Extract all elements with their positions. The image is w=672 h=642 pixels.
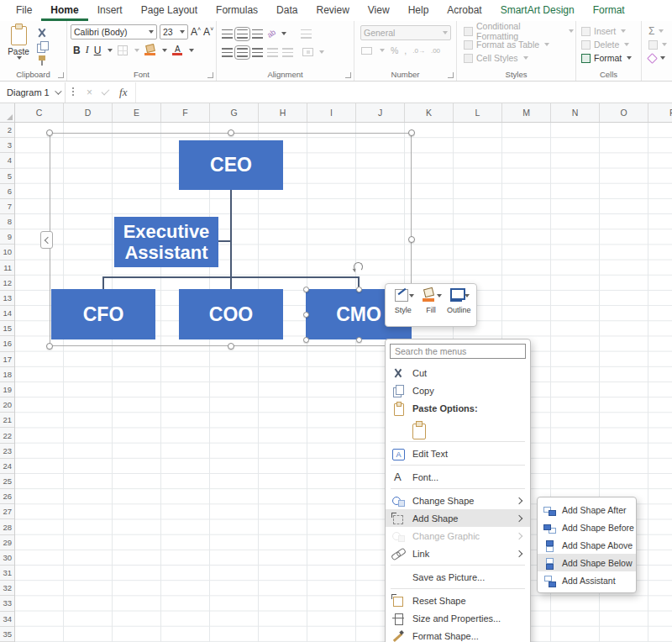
row-header[interactable]: 13 [0,291,14,306]
ribbon-tab[interactable]: Review [307,0,358,21]
org-node-executive-assistant[interactable]: Executive Assistant [114,217,218,267]
row-header[interactable]: 12 [0,276,14,291]
fill-color-icon[interactable] [144,45,155,55]
row-header[interactable]: 23 [0,444,14,459]
cell-styles-button[interactable]: Cell Styles [464,51,574,65]
row-header[interactable]: 20 [0,397,14,413]
row-header[interactable]: 18 [0,367,14,382]
clipboard-dialog-launcher-icon[interactable] [58,72,64,78]
org-node-cfo[interactable]: CFO [51,289,155,339]
frame-handle-top-right[interactable] [408,129,415,136]
formula-input[interactable] [135,82,672,103]
align-top-icon[interactable] [222,29,233,39]
row-header[interactable]: 28 [0,519,14,534]
menu-item[interactable]: Format Shape... [386,627,530,642]
insert-function-icon[interactable]: fx [119,86,127,99]
frame-handle-top-left[interactable] [46,129,53,136]
submenu-item[interactable]: Add Shape Before [538,518,636,536]
italic-button[interactable]: I [86,44,89,56]
row-header[interactable]: 7 [0,199,14,214]
row-header[interactable]: 22 [0,428,14,443]
autosum-button[interactable]: Σ [648,24,670,38]
row-header[interactable]: 3 [0,138,14,153]
column-header[interactable]: J [356,103,405,122]
clear-button[interactable] [648,51,670,65]
conditional-formatting-button[interactable]: Conditional Formatting [464,24,574,38]
row-header[interactable]: 30 [0,550,14,566]
font-color-icon[interactable]: A [172,45,182,55]
cmo-handle-top-left[interactable] [303,287,309,292]
submenu-item[interactable]: Add Shape After [538,501,636,518]
frame-handle-bottom-middle[interactable] [228,343,234,350]
worksheet[interactable]: C D E F G H I J K L M N [0,103,672,642]
ribbon-tab[interactable]: Help [399,0,438,21]
frame-handle-right-middle[interactable] [408,236,415,243]
menu-item[interactable]: Font... [386,468,530,486]
align-middle-icon[interactable] [237,29,248,39]
align-bottom-icon[interactable] [252,29,263,39]
column-header[interactable]: O [600,103,648,122]
number-format-select[interactable]: General [360,25,451,40]
delete-cells-button[interactable]: Delete [581,38,639,51]
wrap-text-icon[interactable] [301,29,312,39]
row-header[interactable]: 24 [0,459,14,474]
menu-item[interactable]: Add Shape [386,509,530,527]
row-header[interactable]: 29 [0,535,14,550]
percent-style-icon[interactable]: % [391,45,398,55]
insert-cells-button[interactable]: Insert [581,24,639,38]
format-painter-icon[interactable] [37,55,47,66]
column-header[interactable]: I [307,103,356,122]
ribbon-tab[interactable]: View [359,0,399,21]
font-dialog-launcher-icon[interactable] [207,72,213,78]
ribbon-tab[interactable]: Formulas [207,0,267,21]
ribbon-tab[interactable]: Acrobat [438,0,491,21]
decrease-indent-icon[interactable] [267,48,278,57]
frame-handle-top-middle[interactable] [228,129,234,136]
row-header[interactable]: 17 [0,352,14,367]
text-pane-toggle-button[interactable] [40,231,53,249]
column-header[interactable]: E [113,103,161,122]
column-header[interactable]: L [454,103,502,122]
menu-item[interactable]: Link [386,545,530,562]
row-header[interactable]: 5 [0,169,14,184]
menu-search-input[interactable]: Search the menus [390,344,526,359]
cmo-handle-bottom-middle[interactable] [356,337,362,343]
enter-icon[interactable] [102,87,110,96]
org-node-ceo[interactable]: CEO [179,140,283,190]
submenu-item[interactable]: Add Assistant [538,571,636,589]
increase-indent-icon[interactable] [282,48,293,57]
row-header[interactable]: 14 [0,306,14,321]
paste-button[interactable]: Paste [3,24,34,68]
orientation-icon[interactable]: ab [265,28,277,39]
row-header[interactable]: 9 [0,229,14,245]
ribbon-tab[interactable]: Page Layout [132,0,207,21]
row-header[interactable]: 33 [0,596,14,611]
ribbon-tab[interactable]: File [7,0,41,21]
column-header[interactable]: H [259,103,307,122]
paste-dropdown-icon[interactable] [17,56,22,60]
fill-button[interactable]: Fill [417,288,444,324]
shrink-font-button[interactable]: A˅ [203,26,213,38]
ribbon-tab[interactable]: Format [584,0,634,21]
cmo-handle-bottom-left[interactable] [303,337,309,343]
increase-decimal-icon[interactable]: .0→ [412,47,425,55]
menu-item[interactable]: Copy [386,382,530,399]
menu-item[interactable]: Change Graphic [386,527,530,545]
menu-item[interactable]: Cut [386,364,530,382]
row-header[interactable]: 35 [0,627,14,642]
name-box[interactable]: Diagram 1 [0,82,66,103]
ribbon-tab[interactable]: Home [41,0,87,21]
borders-dropdown-icon[interactable] [134,49,139,52]
alignment-dialog-launcher-icon[interactable] [345,72,351,78]
align-center-icon[interactable] [237,48,248,57]
row-header[interactable]: 21 [0,413,14,428]
submenu-item[interactable]: Add Shape Below [538,554,636,571]
style-button[interactable]: Style [389,288,417,324]
menu-item[interactable]: Paste Options: [386,399,530,417]
merge-center-icon[interactable] [302,48,313,56]
row-header[interactable]: 8 [0,214,14,229]
menu-item[interactable]: Save as Picture... [386,568,530,586]
font-name-select[interactable]: Calibri (Body) [71,24,157,39]
row-header[interactable]: 6 [0,184,14,199]
menu-item[interactable] [386,439,530,445]
